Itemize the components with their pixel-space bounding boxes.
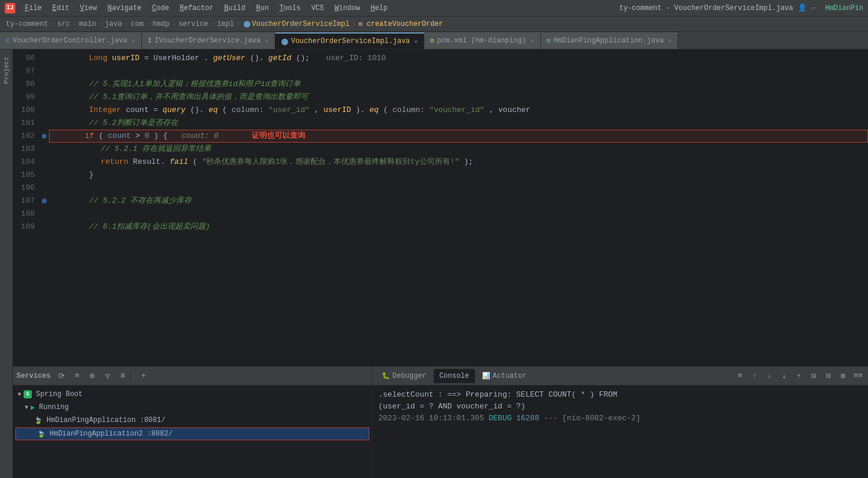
- running-icon: ▶: [31, 403, 35, 412]
- code-line-99: // 5.1查询订单，并不用查询出具体的值，而是查询出数量即可: [49, 91, 868, 104]
- tree-app2-label: HmDianPingApplication2 :8082/: [49, 430, 173, 438]
- console-up2-btn[interactable]: ⇡: [793, 370, 806, 383]
- menu-vcs[interactable]: VCS: [306, 3, 329, 14]
- menu-edit[interactable]: Edit: [48, 3, 74, 14]
- app1-icon: 🍃: [34, 417, 42, 424]
- menu-code[interactable]: Code: [147, 3, 174, 14]
- code-line-103: // 5.2.1 存在就返回异常结果: [49, 143, 868, 156]
- services-tree: ▼ S Spring Boot ▼ ▶ Running: [13, 385, 372, 478]
- console-grid-btn[interactable]: ⊞: [837, 370, 850, 383]
- tree-app2[interactable]: 🍃 HmDianPingApplication2 :8082/: [15, 427, 369, 440]
- breadcrumb-impl[interactable]: impl: [217, 20, 235, 28]
- console-panel: 🐛 Debugger Console 📊 Actuator ≡ ↑: [372, 367, 868, 478]
- code-line-104: return Result. fail ( "秒杀优惠券每人限购1张，感谢配合，…: [49, 156, 868, 169]
- project-label[interactable]: Project: [3, 57, 10, 84]
- tab-icon-app: m: [547, 37, 551, 44]
- app2-icon: 🍃: [37, 430, 45, 438]
- breadcrumb-main[interactable]: main: [79, 20, 96, 28]
- console-clear-btn[interactable]: ⊟: [822, 370, 835, 383]
- toolbar-add-btn[interactable]: +: [137, 370, 150, 383]
- code-line-106: [49, 182, 868, 195]
- breadcrumb-service[interactable]: service: [179, 20, 208, 28]
- console-output: .selectCount : ==> Preparing: SELECT COU…: [372, 385, 868, 478]
- menu-window[interactable]: Window: [330, 3, 365, 14]
- tree-app1[interactable]: 🍃 HmDianPingApplication :8081/: [13, 414, 372, 427]
- actuator-icon: 📊: [482, 372, 490, 380]
- tree-springboot[interactable]: ▼ S Spring Boot: [13, 388, 372, 401]
- breadcrumb-project[interactable]: ty-comment: [6, 20, 48, 28]
- tab-close-hmapp[interactable]: ✕: [668, 37, 672, 45]
- services-panel: Services ⟳ ≡ ⊞ ▽ ⌘ + ▼: [13, 367, 372, 478]
- code-content: Long userID = UserHolder . getUser (). g…: [49, 50, 868, 366]
- app-logo: IJ: [5, 3, 15, 14]
- menu-help[interactable]: Help: [366, 3, 392, 14]
- breadcrumb-class[interactable]: ⬤ VoucherOrderServiceImpl: [243, 20, 350, 28]
- window-title: ty-comment - VoucherOrderServiceImpl.jav…: [619, 4, 793, 12]
- breadcrumb-src[interactable]: src: [57, 20, 70, 28]
- tab-debugger[interactable]: 🐛 Debugger: [376, 369, 433, 383]
- breadcrumb-com[interactable]: com: [131, 20, 144, 28]
- tree-running[interactable]: ▼ ▶ Running: [13, 401, 372, 414]
- tree-chevron-running: ▼: [25, 404, 28, 411]
- tab-voucher-impl[interactable]: ⬤ VoucherOrderServiceImpl.java ✕: [275, 32, 424, 49]
- toolbar-separator: [133, 371, 134, 381]
- tree-running-label: Running: [39, 403, 68, 411]
- tree-app1-label: HmDianPingApplication :8081/: [47, 416, 166, 424]
- nav-back[interactable]: ←: [811, 4, 816, 12]
- menu-navigate[interactable]: Navigate: [103, 3, 146, 14]
- menu-tools[interactable]: Tools: [275, 3, 305, 14]
- tab-console[interactable]: Console: [434, 369, 475, 383]
- tab-close-iservice[interactable]: ✕: [265, 37, 269, 45]
- code-line-102: if ( count > 0 ) { count: 0 证明也可以查询: [49, 130, 868, 143]
- console-up-btn[interactable]: ↑: [748, 370, 761, 383]
- toolbar-settings-btn[interactable]: ⌘: [117, 370, 130, 383]
- code-line-101: // 5.2判断订单是否存在: [49, 117, 868, 130]
- tab-close-controller[interactable]: ✕: [131, 37, 136, 45]
- line-numbers: 96 97 98 99 100 101 102 103 104 105 106 …: [13, 50, 39, 366]
- breakpoint-dot[interactable]: [42, 134, 47, 139]
- code-line-107: // 5.2.2 不存在再减少库存: [49, 195, 868, 207]
- tab-hm-app[interactable]: m HmDianPingApplication.java ✕: [541, 32, 678, 49]
- tree-chevron-springboot: ▼: [18, 391, 21, 398]
- breadcrumb: ty-comment › src › main › java › com › h…: [0, 17, 868, 32]
- tab-voucher-controller[interactable]: C VoucherOrderController.java ✕: [0, 32, 142, 49]
- code-line-96: Long userID = UserHolder . getUser (). g…: [49, 52, 868, 65]
- console-split-btn[interactable]: ≡≡: [852, 370, 864, 383]
- menu-view[interactable]: View: [75, 3, 102, 14]
- tab-icon-interface: I: [148, 37, 152, 44]
- console-down2-btn[interactable]: ⇣: [778, 370, 791, 383]
- breadcrumb-hmdp[interactable]: hmdp: [153, 20, 170, 28]
- toolbar-filter-btn[interactable]: ▽: [101, 370, 114, 383]
- tab-close-pom[interactable]: ✕: [530, 37, 534, 45]
- console-down-btn[interactable]: ↓: [763, 370, 776, 383]
- code-line-97: [49, 65, 868, 78]
- code-line-100: Integer count = query (). eq ( column: "…: [49, 104, 868, 117]
- menu-build[interactable]: Build: [220, 3, 250, 14]
- menu-refactor[interactable]: Refactor: [175, 3, 219, 14]
- toolbar-expand-btn[interactable]: ≡: [71, 370, 84, 383]
- breadcrumb-java[interactable]: java: [105, 20, 122, 28]
- menu-file[interactable]: File: [20, 3, 47, 14]
- bottom-content: Services ⟳ ≡ ⊞ ▽ ⌘ + ▼: [13, 367, 868, 478]
- tab-ivoucher-service[interactable]: I IVoucherOrderService.java ✕: [142, 32, 275, 49]
- code-editor: 96 97 98 99 100 101 102 103 104 105 106 …: [13, 50, 868, 366]
- console-lines-btn[interactable]: ≡: [734, 370, 747, 383]
- breadcrumb-method[interactable]: m createVoucherOrder: [358, 20, 443, 28]
- console-toolbar-right: ≡ ↑ ↓ ⇣ ⇡ ⊡ ⊟ ⊞ ≡≡: [734, 370, 864, 383]
- code-line-108: [49, 207, 868, 220]
- console-line-1: .selectCount : ==> Preparing: SELECT COU…: [378, 389, 862, 401]
- tree-springboot-label: Spring Boot: [36, 390, 82, 398]
- toolbar-refresh-btn[interactable]: ⟳: [55, 370, 68, 383]
- console-wrap-btn[interactable]: ⊡: [807, 370, 820, 383]
- tab-close-impl[interactable]: ✕: [414, 38, 418, 45]
- tab-pom[interactable]: m pom.xml (hm-dianping) ✕: [424, 32, 540, 49]
- services-toolbar: Services ⟳ ≡ ⊞ ▽ ⌘ +: [13, 367, 372, 385]
- tab-actuator[interactable]: 📊 Actuator: [476, 369, 533, 383]
- code-line-105: }: [49, 169, 868, 182]
- console-tabs-bar: 🐛 Debugger Console 📊 Actuator ≡ ↑: [372, 367, 868, 385]
- menu-run[interactable]: Run: [252, 3, 274, 14]
- toolbar-collapse-btn[interactable]: ⊞: [86, 370, 99, 383]
- tab-icon-controller: C: [6, 37, 10, 44]
- user-name: HmDianPin: [825, 4, 863, 12]
- debugger-label: Debugger: [392, 372, 427, 380]
